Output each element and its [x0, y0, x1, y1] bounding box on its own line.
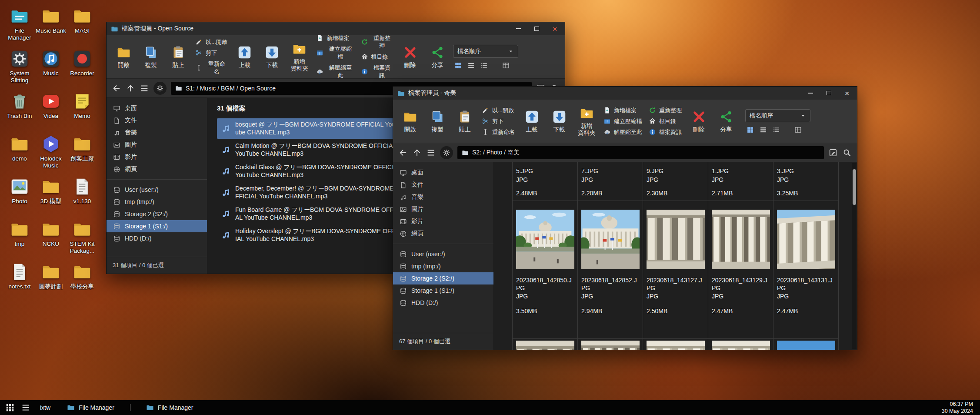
desktop-icon-item-19[interactable]: 圓夢計劃 [36, 260, 66, 302]
desktop-icon-videa[interactable]: Videa [36, 90, 66, 131]
share-button[interactable]: 分享 [714, 101, 738, 141]
sidebar-item-document[interactable]: 文件 [393, 179, 493, 191]
rename-button[interactable]: 重新命名 [194, 60, 229, 76]
sidebar-item-web[interactable]: 網頁 [107, 163, 207, 175]
settings-button[interactable] [153, 82, 167, 95]
file-row[interactable]: Calm Motion @ フリーBGM DOVA-SYNDROME OFFIC… [217, 140, 408, 160]
window-list-button[interactable] [21, 403, 30, 412]
list-view-button[interactable] [760, 126, 767, 134]
scrollbar-thumb[interactable] [853, 169, 856, 205]
sidebar-item-desktop[interactable]: 桌面 [107, 102, 207, 114]
desktop-icon-magi[interactable]: MAGI [67, 4, 97, 46]
desktop-icon-tmp[interactable]: tmp [4, 218, 35, 259]
sidebar-item-device-storage-2-s2[interactable]: Storage 2 (S2:/) [393, 272, 493, 284]
desktop-icon-memo[interactable]: Memo [67, 90, 97, 131]
refresh-button[interactable]: 重新整理 [360, 35, 394, 50]
desktop-icon-photo[interactable]: Photo [4, 175, 35, 217]
back-button[interactable] [112, 84, 121, 93]
delete-button[interactable]: 刪除 [398, 37, 422, 77]
minimize-button[interactable] [801, 87, 820, 100]
sidebar-item-device-storage-2-s2[interactable]: Storage 2 (S2:/) [107, 208, 207, 220]
desktop-icon-3d[interactable]: 3D 模型 [36, 175, 66, 217]
back-button[interactable] [398, 148, 408, 157]
file-cell-partial[interactable]: 1.JPGJPG2.71MB [708, 162, 773, 201]
desktop-icon-item-20[interactable]: 學校分享 [67, 260, 97, 302]
create-archive-button[interactable]: 建立壓縮檔 [315, 45, 355, 61]
sidebar-item-device-hdd-d[interactable]: HDD (D:/) [393, 297, 493, 309]
maximize-button[interactable] [820, 87, 838, 100]
edit-path-button[interactable] [828, 148, 838, 157]
breadcrumb[interactable]: S2: / Photo / 奇美 [457, 146, 824, 159]
task-button-file-manager-1[interactable]: File Manager [139, 400, 200, 415]
delete-button[interactable]: 刪除 [687, 101, 710, 141]
file-cell[interactable] [577, 338, 643, 350]
extract-here-button[interactable]: 解壓縮至此 [315, 64, 355, 79]
open-button[interactable]: 開啟 [112, 37, 135, 77]
file-cell-partial[interactable]: 9.JPGJPG2.30MB [643, 162, 708, 201]
sidebar-item-device-storage-1-s1[interactable]: Storage 1 (S1:/) [393, 284, 493, 297]
desktop-icon-trash-bin[interactable]: Trash Bin [4, 90, 35, 131]
sidebar-item-image[interactable]: 圖片 [393, 203, 493, 215]
compact-view-button[interactable] [480, 62, 488, 69]
desktop-icon-demo[interactable]: demo [4, 132, 35, 174]
task-button-file-manager-0[interactable]: File Manager [60, 400, 121, 415]
file-cell[interactable]: 20230618_142852.JPGJPG2.94MB [577, 201, 643, 339]
desktop-icon-file-manager[interactable]: File Manager [4, 4, 35, 46]
copy-button[interactable]: 複製 [139, 37, 163, 77]
desktop-icon-stem-kit-packag[interactable]: STEM Kit Packag... [67, 218, 97, 259]
compact-view-button[interactable] [773, 126, 780, 134]
app-launcher-button[interactable] [5, 403, 15, 412]
clock[interactable]: 06:37 PM 30 May 2024 [942, 401, 975, 415]
file-info-button[interactable]: 檔案資訊 [360, 64, 394, 79]
sidebar-item-video[interactable]: 影片 [393, 215, 493, 228]
file-cell[interactable]: 20230618_143131.JPGJPG2.47MB [773, 201, 839, 339]
file-cell-partial[interactable]: 7.JPGJPG2.20MB [577, 162, 643, 201]
root-button[interactable]: 根目錄 [647, 117, 683, 126]
maximize-button[interactable] [527, 22, 546, 35]
cut-button[interactable]: 剪下 [480, 117, 516, 126]
search-button[interactable] [842, 148, 852, 157]
new-folder-button[interactable]: 新增 資料夾 [575, 101, 598, 141]
file-row[interactable]: Fun Board Game @ フリーBGM DOVA-SYNDROME OF… [217, 204, 408, 224]
list-view-button[interactable] [467, 62, 475, 69]
new-file-button[interactable]: 新增檔案 [602, 106, 643, 115]
paste-button[interactable]: 貼上 [453, 101, 477, 141]
menu-button[interactable] [140, 84, 149, 93]
file-cell[interactable] [708, 338, 773, 350]
detail-view-button[interactable] [794, 126, 802, 134]
open-with-button[interactable]: 以...開啟 [480, 106, 516, 115]
workspace-label[interactable]: ixtw [40, 404, 50, 411]
sidebar-item-music[interactable]: 音樂 [107, 127, 207, 139]
copy-button[interactable]: 複製 [426, 101, 449, 141]
file-cell-partial[interactable]: 3.JPGJPG3.25MB [773, 162, 839, 201]
open-with-button[interactable]: 以...開啟 [194, 38, 229, 47]
extract-here-button[interactable]: 解壓縮至此 [602, 128, 643, 137]
sidebar-item-image[interactable]: 圖片 [107, 139, 207, 151]
download-button[interactable]: 下載 [547, 101, 571, 141]
sidebar-item-device-storage-1-s1[interactable]: Storage 1 (S1:/) [107, 220, 207, 232]
sidebar-item-music[interactable]: 音樂 [393, 191, 493, 203]
file-row[interactable]: bosquet @ フリーBGM DOVA-SYNDROME OFFICIAL … [217, 118, 408, 139]
file-row[interactable]: Cocktail Glass @ フリーBGM DOVA-SYNDROME OF… [217, 161, 408, 181]
file-cell-partial[interactable]: 5.JPGJPG2.48MB [512, 162, 578, 201]
new-file-button[interactable]: 新增檔案 [315, 35, 355, 43]
file-cell[interactable]: 20230618_143129.JPGJPG2.47MB [708, 201, 773, 339]
close-button[interactable]: × [838, 87, 856, 100]
sidebar-item-video[interactable]: 影片 [107, 151, 207, 163]
desktop-icon-holodex-music[interactable]: Holodex Music [36, 132, 66, 174]
sidebar-item-device-user-user[interactable]: User (user:/) [393, 248, 493, 260]
download-button[interactable]: 下載 [260, 37, 283, 77]
desktop-icon-v1-130[interactable]: v1.130 [67, 175, 97, 217]
minimize-button[interactable] [509, 22, 527, 35]
sidebar-item-document[interactable]: 文件 [107, 114, 207, 127]
file-cell[interactable] [512, 338, 578, 350]
grid-view-button[interactable] [454, 62, 462, 69]
share-button[interactable]: 分享 [426, 37, 449, 77]
file-cell[interactable]: 20230618_142850.JPGJPG3.50MB [512, 201, 578, 339]
up-button[interactable] [126, 84, 135, 93]
titlebar[interactable]: 檔案管理員 - Open Source × [107, 22, 565, 35]
desktop-icon-system-slitting[interactable]: System Slitting [4, 47, 35, 89]
file-cell[interactable] [773, 338, 839, 350]
titlebar[interactable]: 檔案管理員 - 奇美 × [393, 87, 857, 100]
detail-view-button[interactable] [502, 62, 510, 69]
